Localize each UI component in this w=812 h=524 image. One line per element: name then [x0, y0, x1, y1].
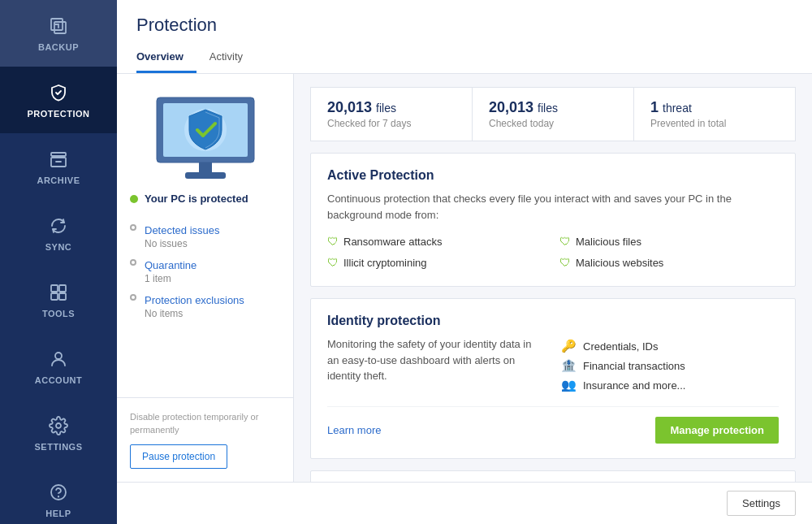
- monitor-illustration: [149, 93, 262, 183]
- shield-check-icon-1: 🛡: [327, 235, 339, 248]
- menu-item-detected-issues[interactable]: Detected issues No issues: [117, 218, 293, 253]
- stat-number-today: 20,013: [489, 99, 533, 115]
- sync-icon: [47, 214, 70, 237]
- stat-label-threats: Prevented in total: [650, 118, 779, 129]
- svg-rect-6: [59, 285, 66, 292]
- sidebar-label-protection: PROTECTION: [27, 109, 89, 119]
- shield-check-icon-2: 🛡: [559, 235, 571, 248]
- stat-unit-today: files: [538, 102, 558, 115]
- tools-icon: [47, 281, 70, 304]
- archive-icon: [47, 148, 70, 171]
- feature-label-malicious-websites: Malicious websites: [576, 257, 663, 269]
- sidebar-label-account: ACCOUNT: [35, 375, 83, 385]
- svg-point-9: [55, 353, 62, 359]
- svg-point-10: [56, 423, 61, 428]
- settings-icon: [47, 414, 70, 437]
- page-title: Protection: [136, 15, 793, 36]
- shield-check-icon-3: 🛡: [327, 256, 339, 269]
- svg-rect-17: [185, 172, 226, 179]
- manage-protection-button[interactable]: Manage protection: [655, 417, 779, 444]
- sidebar-item-settings[interactable]: SETTINGS: [0, 400, 117, 466]
- sidebar-label-sync: SYNC: [45, 242, 72, 252]
- feature-label-malicious-files: Malicious files: [576, 236, 641, 248]
- tab-overview[interactable]: Overview: [136, 45, 197, 73]
- sidebar-item-tools[interactable]: TOOLS: [0, 266, 117, 333]
- sidebar-item-protection[interactable]: PROTECTION: [0, 67, 117, 133]
- stat-number-threats: 1: [650, 99, 659, 115]
- active-protection-features: 🛡 Ransomware attacks 🛡 Malicious files 🛡…: [327, 232, 779, 271]
- feature-cryptomining: 🛡 Illicit cryptomining: [327, 253, 546, 271]
- page-header: Protection Overview Activity: [117, 0, 812, 74]
- main-content: Protection Overview Activity: [117, 0, 812, 524]
- bottom-bar: Settings: [117, 482, 812, 524]
- status-dot: [130, 195, 138, 203]
- menu-item-detected-text: Detected issues No issues: [145, 224, 220, 249]
- feature-label-ransomware: Ransomware attacks: [343, 236, 442, 248]
- svg-rect-5: [51, 285, 58, 292]
- stat-checked-7days: 20,013 files Checked for 7 days: [311, 88, 473, 141]
- stat-label-7days: Checked for 7 days: [327, 118, 456, 129]
- status-row: Your PC is protected: [117, 193, 293, 218]
- identity-label-financial: Financial transactions: [583, 360, 685, 372]
- identity-desc: Monitoring the safety of your identity d…: [327, 336, 545, 395]
- sidebar: BACKUP PROTECTION ARCHIVE: [0, 0, 117, 524]
- sidebar-label-archive: ARCHIVE: [37, 175, 80, 185]
- protection-visual: [117, 74, 293, 193]
- pause-protection-button[interactable]: Pause protection: [130, 444, 227, 469]
- identity-label-insurance: Insurance and more...: [583, 379, 685, 392]
- identity-label-credentials: Credentials, IDs: [583, 340, 658, 353]
- bank-icon: 🏦: [561, 358, 577, 373]
- sidebar-item-help[interactable]: HELP: [0, 466, 117, 524]
- tab-activity[interactable]: Activity: [209, 45, 256, 73]
- stat-threats: 1 threat Prevented in total: [634, 88, 795, 141]
- account-icon: [47, 348, 70, 370]
- sidebar-label-tools: TOOLS: [42, 309, 75, 318]
- sidebar-label-backup: BACKUP: [38, 42, 79, 52]
- svg-rect-2: [51, 153, 66, 156]
- help-icon: [47, 481, 70, 504]
- status-text: Your PC is protected: [145, 193, 248, 205]
- identity-feature-credentials: 🔑 Credentials, IDs: [561, 336, 779, 356]
- settings-button[interactable]: Settings: [727, 491, 796, 516]
- identity-body: Monitoring the safety of your identity d…: [327, 336, 779, 395]
- content-area: Your PC is protected Detected issues No …: [117, 74, 812, 482]
- menu-item-exclusions-text: Protection exclusions No items: [145, 294, 244, 319]
- left-panel: Your PC is protected Detected issues No …: [117, 74, 294, 482]
- key-icon: 🔑: [561, 339, 577, 353]
- svg-rect-8: [59, 293, 66, 300]
- menu-item-quarantine[interactable]: Quarantine 1 item: [117, 253, 293, 288]
- stat-number-7days: 20,013: [327, 99, 372, 115]
- feature-ransomware: 🛡 Ransomware attacks: [327, 232, 546, 250]
- learn-more-link[interactable]: Learn more: [327, 424, 381, 436]
- sidebar-item-archive[interactable]: ARCHIVE: [0, 133, 117, 200]
- right-panel: 20,013 files Checked for 7 days 20,013 f…: [294, 74, 812, 482]
- antivirus-scan-card: Antivirus scan On-demand protection that…: [310, 470, 796, 482]
- sidebar-label-settings: SETTINGS: [34, 442, 82, 452]
- identity-feature-financial: 🏦 Financial transactions: [561, 356, 779, 375]
- feature-malicious-websites: 🛡 Malicious websites: [559, 253, 779, 271]
- stat-unit-7days: files: [376, 102, 396, 115]
- menu-item-exclusions[interactable]: Protection exclusions No items: [117, 288, 293, 323]
- pause-section: Disable protection temporarily or perman…: [117, 397, 293, 482]
- backup-icon: [47, 15, 70, 37]
- sidebar-item-backup[interactable]: BACKUP: [0, 0, 117, 67]
- stat-checked-today: 20,013 files Checked today: [473, 88, 634, 141]
- menu-dot-quarantine: [130, 259, 136, 266]
- feature-malicious-files: 🛡 Malicious files: [559, 232, 779, 250]
- svg-rect-7: [51, 293, 58, 300]
- menu-dot-exclusions: [130, 294, 136, 301]
- stat-label-today: Checked today: [489, 118, 617, 129]
- person-icon: 👥: [561, 378, 577, 392]
- shield-check-icon-4: 🛡: [559, 256, 571, 269]
- sidebar-item-sync[interactable]: SYNC: [0, 200, 117, 266]
- protection-icon: [47, 81, 70, 104]
- stat-unit-threats: threat: [663, 102, 692, 115]
- active-protection-desc: Continuous protection that checks every …: [327, 191, 779, 223]
- identity-protection-card: Identity protection Monitoring the safet…: [310, 298, 796, 459]
- feature-label-cryptomining: Illicit cryptomining: [343, 257, 427, 269]
- identity-protection-title: Identity protection: [327, 314, 779, 328]
- stats-row: 20,013 files Checked for 7 days 20,013 f…: [310, 87, 796, 141]
- active-protection-title: Active Protection: [327, 168, 779, 183]
- identity-feature-insurance: 👥 Insurance and more...: [561, 375, 779, 395]
- sidebar-item-account[interactable]: ACCOUNT: [0, 333, 117, 400]
